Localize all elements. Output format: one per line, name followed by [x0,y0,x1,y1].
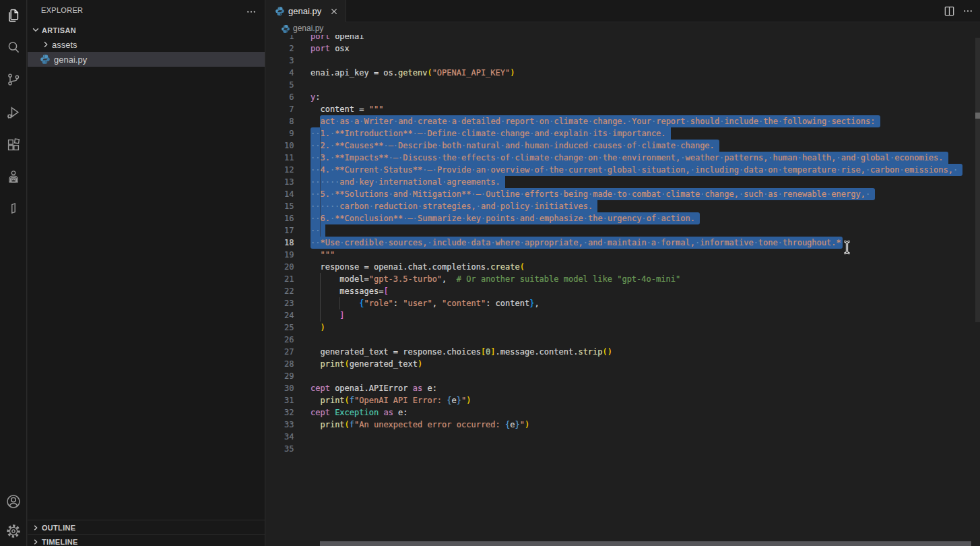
code-line-15[interactable]: 15······carbon·reduction·strategies,·and… [266,200,980,212]
line-number[interactable]: 11 [266,152,294,164]
code-line-10[interactable]: 10··2.·**Causes**·–·Describe·both·natura… [266,140,980,152]
line-number[interactable]: 12 [266,164,294,176]
line-number[interactable]: 32 [266,406,294,419]
line-number[interactable]: 4 [266,67,294,79]
code-line-26[interactable]: 26 [266,334,980,346]
editor-more-actions-icon[interactable] [962,5,975,18]
line-number[interactable]: 2 [266,42,294,55]
code-line-22[interactable]: 22 messages=[ [266,285,980,297]
extensions-icon[interactable] [0,130,27,160]
search-icon[interactable] [0,32,27,62]
workspace-root-label: ARTISAN [42,26,76,34]
vertical-scrollbar[interactable] [975,38,980,322]
run-debug-icon[interactable] [0,98,27,127]
code-line-9[interactable]: 9··1.·**Introduction**·–·Define·climate·… [266,127,980,140]
line-number[interactable]: 26 [266,334,294,346]
code-line-7[interactable]: 7 content = """ [266,103,980,115]
code-line-3[interactable]: 3 [266,55,980,67]
indent-guide [339,297,340,309]
timeline-pane-header[interactable]: TIMELINE [28,534,265,546]
parallelogram-extension-icon[interactable] [0,193,27,223]
line-number[interactable]: 31 [266,394,294,406]
workspace-root-artisan[interactable]: ARTISAN [28,22,265,37]
code-line-33[interactable]: 33 print(f"An unexpected error occurred:… [266,419,980,431]
line-number[interactable]: 13 [266,176,294,188]
code-line-text: print(f"OpenAI API Error: {e}") [311,394,471,406]
outline-pane-header[interactable]: OUTLINE [28,520,265,535]
line-number[interactable]: 22 [266,285,294,297]
line-number[interactable]: 14 [266,188,294,200]
code-line-18[interactable]: 18··*Use·credible·sources,·include·data·… [266,237,980,249]
code-line-31[interactable]: 31 print(f"OpenAI API Error: {e}") [266,394,980,406]
code-line-21[interactable]: 21 model="gpt-3.5-turbo", # Or another s… [266,273,980,285]
code-line-6[interactable]: 6y: [266,91,980,103]
code-line-24[interactable]: 24 ] [266,309,980,322]
tab-close-icon[interactable] [329,6,339,17]
code-line-16[interactable]: 16··6.·**Conclusion**·–·Summarize·key·po… [266,212,980,224]
code-line-4[interactable]: 4enai.api_key = os.getenv("OPENAI_API_KE… [266,67,980,79]
tree-item-assets[interactable]: assets [28,37,265,52]
code-line-32[interactable]: 32cept Exception as e: [266,406,980,419]
chevron-right-icon [31,523,40,534]
code-line-2[interactable]: 2port osx [266,42,980,55]
explorer-icon[interactable] [0,1,27,30]
line-number[interactable]: 7 [266,103,294,115]
manage-gear-icon[interactable] [0,516,27,546]
line-number[interactable]: 30 [266,382,294,394]
accounts-icon[interactable] [0,487,27,516]
line-number[interactable]: 21 [266,273,294,285]
code-viewport[interactable]: 1port openai2port osx34enai.api_key = os… [266,35,980,546]
code-line-20[interactable]: 20 response = openai.chat.completions.cr… [266,261,980,273]
code-line-23[interactable]: 23 {"role": "user", "content": content}, [266,297,980,309]
line-number[interactable]: 34 [266,431,294,443]
code-line-35[interactable]: 35 [266,443,980,455]
line-number[interactable]: 28 [266,358,294,370]
code-line-13[interactable]: 13······and·key·international·agreements… [266,176,980,188]
horizontal-scrollbar[interactable] [320,541,971,546]
code-line-25[interactable]: 25 ) [266,322,980,334]
tab-bar: genai.py [266,0,980,22]
code-line-8[interactable]: 8 act·as·a·Writer·and·create·a·detailed·… [266,115,980,127]
line-number[interactable]: 6 [266,91,294,103]
line-number[interactable]: 27 [266,346,294,358]
line-number[interactable]: 19 [266,249,294,261]
code-line-34[interactable]: 34 [266,431,980,443]
code-line-text: generated_text = response.choices[0].mes… [311,346,612,358]
line-number[interactable]: 20 [266,261,294,273]
line-number[interactable]: 18 [266,237,294,249]
code-line-17[interactable]: 17·· [266,224,980,237]
line-number[interactable]: 24 [266,309,294,322]
line-number[interactable]: 3 [266,55,294,67]
line-number[interactable]: 25 [266,322,294,334]
tab-genai-py[interactable]: genai.py [266,0,346,22]
line-number[interactable]: 1 [266,35,294,42]
artisan-extension-icon[interactable] [0,162,27,191]
code-line-1[interactable]: 1port openai [266,35,980,42]
code-line-12[interactable]: 12··4.·**Current·Status**·–·Provide·an·o… [266,164,980,176]
line-number[interactable]: 29 [266,370,294,382]
code-line-14[interactable]: 14··5.·**Solutions·and·Mitigation**·–·Ou… [266,188,980,200]
code-line-5[interactable]: 5 [266,79,980,91]
source-control-icon[interactable] [0,65,27,94]
breadcrumb-item-genai-py[interactable]: genai.py [293,24,323,33]
explorer-more-actions-icon[interactable] [246,6,257,20]
line-number[interactable]: 5 [266,79,294,91]
line-number[interactable]: 15 [266,200,294,212]
line-number[interactable]: 17 [266,224,294,237]
tree-item-genai-py[interactable]: genai.py [28,52,265,67]
line-number[interactable]: 16 [266,212,294,224]
code-line-19[interactable]: 19 """ [266,249,980,261]
code-line-28[interactable]: 28 print(generated_text) [266,358,980,370]
code-line-text: act·as·a·Writer·and·create·a·detailed·re… [311,115,880,127]
line-number[interactable]: 33 [266,419,294,431]
code-line-30[interactable]: 30cept openai.APIError as e: [266,382,980,394]
code-line-29[interactable]: 29 [266,370,980,382]
line-number[interactable]: 8 [266,115,294,127]
split-editor-icon[interactable] [944,5,956,18]
line-number[interactable]: 35 [266,443,294,455]
code-line-27[interactable]: 27 generated_text = response.choices[0].… [266,346,980,358]
line-number[interactable]: 10 [266,140,294,152]
line-number[interactable]: 23 [266,297,294,309]
code-line-11[interactable]: 11··3.·**Impacts**·–·Discuss·the·effects… [266,152,980,164]
line-number[interactable]: 9 [266,127,294,140]
